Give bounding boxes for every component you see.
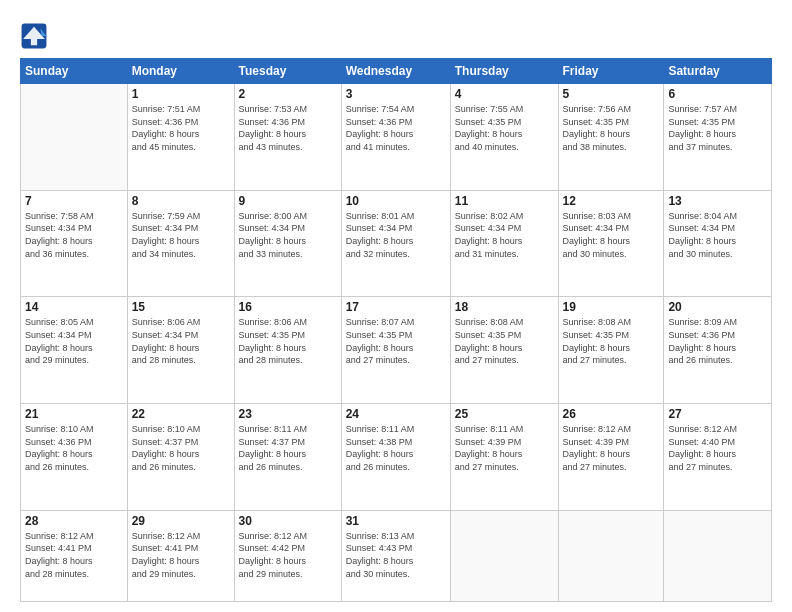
- day-info: Sunrise: 8:12 AM Sunset: 4:40 PM Dayligh…: [668, 423, 767, 473]
- day-info: Sunrise: 7:59 AM Sunset: 4:34 PM Dayligh…: [132, 210, 230, 260]
- day-info: Sunrise: 8:12 AM Sunset: 4:41 PM Dayligh…: [132, 530, 230, 580]
- day-cell: 31Sunrise: 8:13 AM Sunset: 4:43 PM Dayli…: [341, 510, 450, 601]
- day-cell: 27Sunrise: 8:12 AM Sunset: 4:40 PM Dayli…: [664, 404, 772, 511]
- page: SundayMondayTuesdayWednesdayThursdayFrid…: [0, 0, 792, 612]
- day-number: 24: [346, 407, 446, 421]
- day-cell: 1Sunrise: 7:51 AM Sunset: 4:36 PM Daylig…: [127, 84, 234, 191]
- day-cell: 11Sunrise: 8:02 AM Sunset: 4:34 PM Dayli…: [450, 190, 558, 297]
- day-cell: [450, 510, 558, 601]
- day-cell: 13Sunrise: 8:04 AM Sunset: 4:34 PM Dayli…: [664, 190, 772, 297]
- calendar-table: SundayMondayTuesdayWednesdayThursdayFrid…: [20, 58, 772, 602]
- day-cell: 20Sunrise: 8:09 AM Sunset: 4:36 PM Dayli…: [664, 297, 772, 404]
- day-cell: 17Sunrise: 8:07 AM Sunset: 4:35 PM Dayli…: [341, 297, 450, 404]
- logo-icon: [20, 22, 48, 50]
- day-info: Sunrise: 7:55 AM Sunset: 4:35 PM Dayligh…: [455, 103, 554, 153]
- week-row-3: 21Sunrise: 8:10 AM Sunset: 4:36 PM Dayli…: [21, 404, 772, 511]
- day-info: Sunrise: 8:10 AM Sunset: 4:36 PM Dayligh…: [25, 423, 123, 473]
- day-number: 16: [239, 300, 337, 314]
- day-number: 7: [25, 194, 123, 208]
- day-info: Sunrise: 8:10 AM Sunset: 4:37 PM Dayligh…: [132, 423, 230, 473]
- day-cell: 9Sunrise: 8:00 AM Sunset: 4:34 PM Daylig…: [234, 190, 341, 297]
- day-info: Sunrise: 8:06 AM Sunset: 4:35 PM Dayligh…: [239, 316, 337, 366]
- day-number: 23: [239, 407, 337, 421]
- day-cell: 8Sunrise: 7:59 AM Sunset: 4:34 PM Daylig…: [127, 190, 234, 297]
- day-cell: 26Sunrise: 8:12 AM Sunset: 4:39 PM Dayli…: [558, 404, 664, 511]
- day-info: Sunrise: 7:57 AM Sunset: 4:35 PM Dayligh…: [668, 103, 767, 153]
- day-number: 8: [132, 194, 230, 208]
- day-info: Sunrise: 7:51 AM Sunset: 4:36 PM Dayligh…: [132, 103, 230, 153]
- day-header-friday: Friday: [558, 59, 664, 84]
- day-number: 13: [668, 194, 767, 208]
- day-info: Sunrise: 8:00 AM Sunset: 4:34 PM Dayligh…: [239, 210, 337, 260]
- day-number: 2: [239, 87, 337, 101]
- day-header-sunday: Sunday: [21, 59, 128, 84]
- day-info: Sunrise: 8:11 AM Sunset: 4:38 PM Dayligh…: [346, 423, 446, 473]
- day-info: Sunrise: 8:03 AM Sunset: 4:34 PM Dayligh…: [563, 210, 660, 260]
- day-number: 4: [455, 87, 554, 101]
- day-cell: 19Sunrise: 8:08 AM Sunset: 4:35 PM Dayli…: [558, 297, 664, 404]
- day-cell: 4Sunrise: 7:55 AM Sunset: 4:35 PM Daylig…: [450, 84, 558, 191]
- day-number: 5: [563, 87, 660, 101]
- day-info: Sunrise: 8:11 AM Sunset: 4:37 PM Dayligh…: [239, 423, 337, 473]
- day-cell: 10Sunrise: 8:01 AM Sunset: 4:34 PM Dayli…: [341, 190, 450, 297]
- week-row-2: 14Sunrise: 8:05 AM Sunset: 4:34 PM Dayli…: [21, 297, 772, 404]
- day-cell: [21, 84, 128, 191]
- day-number: 30: [239, 514, 337, 528]
- day-cell: 15Sunrise: 8:06 AM Sunset: 4:34 PM Dayli…: [127, 297, 234, 404]
- day-info: Sunrise: 8:12 AM Sunset: 4:41 PM Dayligh…: [25, 530, 123, 580]
- day-cell: 7Sunrise: 7:58 AM Sunset: 4:34 PM Daylig…: [21, 190, 128, 297]
- day-header-tuesday: Tuesday: [234, 59, 341, 84]
- calendar-body: 1Sunrise: 7:51 AM Sunset: 4:36 PM Daylig…: [21, 84, 772, 602]
- day-number: 21: [25, 407, 123, 421]
- day-cell: 28Sunrise: 8:12 AM Sunset: 4:41 PM Dayli…: [21, 510, 128, 601]
- day-number: 26: [563, 407, 660, 421]
- day-cell: 23Sunrise: 8:11 AM Sunset: 4:37 PM Dayli…: [234, 404, 341, 511]
- day-number: 10: [346, 194, 446, 208]
- day-cell: 22Sunrise: 8:10 AM Sunset: 4:37 PM Dayli…: [127, 404, 234, 511]
- day-number: 17: [346, 300, 446, 314]
- day-header-wednesday: Wednesday: [341, 59, 450, 84]
- day-cell: 29Sunrise: 8:12 AM Sunset: 4:41 PM Dayli…: [127, 510, 234, 601]
- day-info: Sunrise: 7:53 AM Sunset: 4:36 PM Dayligh…: [239, 103, 337, 153]
- day-cell: 24Sunrise: 8:11 AM Sunset: 4:38 PM Dayli…: [341, 404, 450, 511]
- day-info: Sunrise: 8:09 AM Sunset: 4:36 PM Dayligh…: [668, 316, 767, 366]
- day-number: 12: [563, 194, 660, 208]
- day-info: Sunrise: 7:56 AM Sunset: 4:35 PM Dayligh…: [563, 103, 660, 153]
- day-cell: 16Sunrise: 8:06 AM Sunset: 4:35 PM Dayli…: [234, 297, 341, 404]
- day-info: Sunrise: 8:12 AM Sunset: 4:42 PM Dayligh…: [239, 530, 337, 580]
- day-cell: 3Sunrise: 7:54 AM Sunset: 4:36 PM Daylig…: [341, 84, 450, 191]
- day-info: Sunrise: 8:07 AM Sunset: 4:35 PM Dayligh…: [346, 316, 446, 366]
- week-row-4: 28Sunrise: 8:12 AM Sunset: 4:41 PM Dayli…: [21, 510, 772, 601]
- calendar-header: SundayMondayTuesdayWednesdayThursdayFrid…: [21, 59, 772, 84]
- day-info: Sunrise: 8:13 AM Sunset: 4:43 PM Dayligh…: [346, 530, 446, 580]
- day-number: 1: [132, 87, 230, 101]
- day-info: Sunrise: 8:05 AM Sunset: 4:34 PM Dayligh…: [25, 316, 123, 366]
- day-number: 28: [25, 514, 123, 528]
- day-info: Sunrise: 8:06 AM Sunset: 4:34 PM Dayligh…: [132, 316, 230, 366]
- day-info: Sunrise: 8:11 AM Sunset: 4:39 PM Dayligh…: [455, 423, 554, 473]
- day-header-row: SundayMondayTuesdayWednesdayThursdayFrid…: [21, 59, 772, 84]
- day-number: 20: [668, 300, 767, 314]
- day-number: 27: [668, 407, 767, 421]
- day-cell: 18Sunrise: 8:08 AM Sunset: 4:35 PM Dayli…: [450, 297, 558, 404]
- day-number: 29: [132, 514, 230, 528]
- day-cell: [664, 510, 772, 601]
- day-info: Sunrise: 7:54 AM Sunset: 4:36 PM Dayligh…: [346, 103, 446, 153]
- day-number: 3: [346, 87, 446, 101]
- day-number: 11: [455, 194, 554, 208]
- week-row-0: 1Sunrise: 7:51 AM Sunset: 4:36 PM Daylig…: [21, 84, 772, 191]
- header: [20, 18, 772, 50]
- day-info: Sunrise: 7:58 AM Sunset: 4:34 PM Dayligh…: [25, 210, 123, 260]
- day-cell: [558, 510, 664, 601]
- day-number: 6: [668, 87, 767, 101]
- day-cell: 21Sunrise: 8:10 AM Sunset: 4:36 PM Dayli…: [21, 404, 128, 511]
- day-info: Sunrise: 8:01 AM Sunset: 4:34 PM Dayligh…: [346, 210, 446, 260]
- day-number: 22: [132, 407, 230, 421]
- day-info: Sunrise: 8:08 AM Sunset: 4:35 PM Dayligh…: [455, 316, 554, 366]
- logo: [20, 22, 52, 50]
- day-number: 25: [455, 407, 554, 421]
- day-cell: 5Sunrise: 7:56 AM Sunset: 4:35 PM Daylig…: [558, 84, 664, 191]
- day-info: Sunrise: 8:08 AM Sunset: 4:35 PM Dayligh…: [563, 316, 660, 366]
- week-row-1: 7Sunrise: 7:58 AM Sunset: 4:34 PM Daylig…: [21, 190, 772, 297]
- day-header-thursday: Thursday: [450, 59, 558, 84]
